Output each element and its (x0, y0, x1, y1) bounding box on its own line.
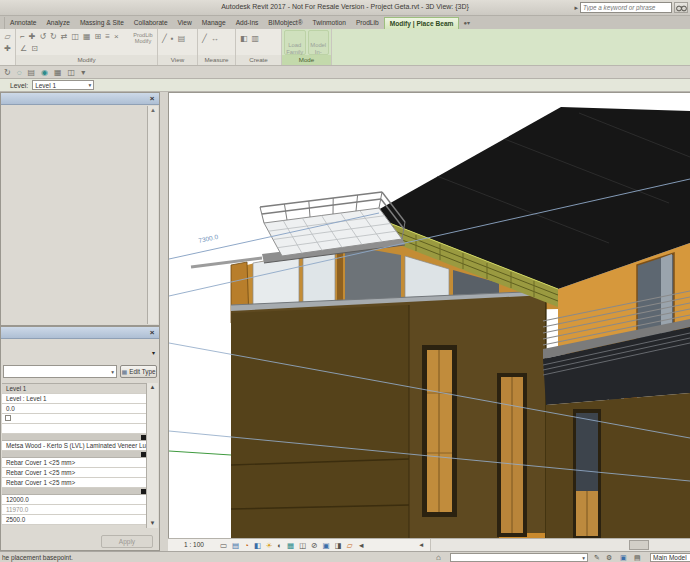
search-input[interactable] (580, 2, 672, 13)
view-control-icon[interactable]: ⊘ (311, 541, 317, 550)
search-binoculars-icon[interactable] (674, 2, 688, 13)
property-row[interactable]: Level : Level 1 (2, 394, 147, 404)
property-row[interactable] (2, 488, 147, 495)
level-dropdown[interactable]: Level 1 ▾ (32, 80, 94, 90)
quick-toolbar-icon[interactable]: ↻ (4, 68, 11, 77)
ribbon-tab[interactable]: Add-Ins (231, 17, 264, 29)
ribbon-tab[interactable]: Analyze (41, 17, 74, 29)
ribbon-tab[interactable]: Massing & Site (75, 17, 129, 29)
view-control-icon[interactable]: ◄ (358, 541, 365, 550)
quick-toolbar-icon[interactable]: ◌ (17, 68, 22, 77)
prodlib-modify-button[interactable]: ProdLib Modify (130, 32, 156, 44)
property-row[interactable]: 2500.0 (2, 515, 147, 525)
ribbon-tab[interactable]: Modify | Place Beam (384, 17, 460, 29)
ribbon-tab[interactable]: Manage (197, 17, 231, 29)
checkbox[interactable] (5, 415, 11, 421)
property-row[interactable]: Rebar Cover 1 <25 mm> (2, 468, 147, 478)
ribbon-tab[interactable]: BIMobject® (263, 17, 307, 29)
create-tool-icon[interactable]: ◧ (240, 34, 248, 43)
modify-tool-icon[interactable]: ▦ (83, 32, 91, 42)
infocenter-collapse-icon[interactable]: ▸ (574, 2, 578, 13)
modify-tool-icon[interactable]: ⊞ (95, 32, 102, 42)
view-control-icon[interactable]: ◫ (299, 541, 306, 550)
property-row[interactable] (2, 414, 147, 424)
scroll-up-icon[interactable]: ▲ (148, 106, 158, 115)
view-control-icon[interactable]: ▤ (232, 541, 239, 550)
quick-toolbar-icon[interactable]: ◉ (41, 68, 48, 77)
property-row[interactable] (2, 434, 147, 441)
property-row[interactable]: Rebar Cover 1 <25 mm> (2, 458, 147, 468)
measure-tool-icon[interactable]: ╱ (202, 34, 207, 43)
panel-label-view[interactable]: View (158, 55, 197, 65)
view-control-icon[interactable]: ◧ (254, 541, 261, 550)
editable-only-icon[interactable]: ✎ (594, 554, 600, 562)
view-control-icon[interactable]: ▣ (323, 541, 330, 550)
view-control-icon[interactable]: ◔ (244, 541, 249, 550)
apply-button[interactable]: Apply (101, 535, 153, 548)
view-tool-icon[interactable]: ▪ (171, 34, 174, 43)
worksets-dropdown[interactable]: ▾ (450, 553, 588, 562)
view-control-icon[interactable]: ◐ (278, 541, 283, 550)
panel-label-mode[interactable]: Mode (282, 55, 331, 65)
ribbon-tool-icon[interactable]: ✚ (4, 44, 11, 53)
modify-tool-icon[interactable]: ↻ (50, 32, 57, 42)
window-tall-2[interactable] (497, 373, 527, 537)
panel-label-modify[interactable]: Modify (16, 55, 157, 65)
edit-type-button[interactable]: ▦ Edit Type (120, 365, 157, 378)
modify-tool-icon[interactable]: ↺ (39, 32, 46, 42)
property-row[interactable]: Metsa Wood - Kerto S (LVL) Laminated Ven… (2, 441, 147, 451)
dock-splitter[interactable] (160, 92, 168, 551)
property-row[interactable]: 11970.0 (2, 505, 147, 515)
properties-header[interactable]: × (1, 327, 159, 339)
scrollbar-thumb[interactable] (629, 540, 649, 550)
quick-toolbar-icon[interactable]: ▾ (81, 68, 85, 77)
grid-scrollbar[interactable]: ▲ ▼ (146, 383, 158, 528)
modify-tool-icon[interactable]: ⊡ (31, 44, 38, 54)
settings-gear-icon[interactable]: ⚙ (606, 554, 612, 562)
scroll-up-icon[interactable]: ▲ (147, 383, 158, 392)
design-option-dropdown[interactable]: Main Model ▾ (650, 553, 690, 562)
scroll-left-icon[interactable]: ◄ (418, 541, 424, 548)
ribbon-tab[interactable]: Annotate (5, 17, 41, 29)
modify-tool-icon[interactable]: ≡ (105, 32, 110, 42)
ribbon-tab[interactable]: View (173, 17, 197, 29)
view-control-icon[interactable]: ☀ (266, 541, 273, 550)
design-options-icon[interactable]: ▣ (620, 554, 627, 562)
property-row[interactable]: 0.0 (2, 404, 147, 414)
property-row[interactable]: Level 1 (2, 384, 147, 394)
quick-toolbar-icon[interactable]: ▤ (27, 68, 35, 77)
palette-header[interactable]: × (1, 93, 159, 105)
ribbon-tab[interactable]: ProdLib (351, 17, 384, 29)
create-tool-icon[interactable]: ▥ (252, 34, 260, 43)
3d-viewport[interactable]: 7300.0 (169, 93, 690, 538)
panel-label-create[interactable]: Create (236, 55, 281, 65)
modify-tool-icon[interactable]: ✚ (29, 32, 36, 42)
view-tool-icon[interactable]: ╱ (162, 34, 167, 43)
modify-tool-icon[interactable]: ∠ (20, 44, 27, 54)
modify-tool-icon[interactable]: × (114, 32, 119, 42)
ribbon-tab[interactable]: Collaborate (129, 17, 173, 29)
modify-tool-icon[interactable]: ⇄ (61, 32, 68, 42)
modify-tool-icon[interactable]: ⌐ (20, 32, 25, 42)
panel-label-measure[interactable]: Measure (198, 55, 235, 65)
property-row[interactable] (2, 451, 147, 458)
modify-tool-icon[interactable]: ◫ (71, 32, 79, 42)
view-control-icon[interactable]: ▱ (347, 541, 353, 550)
dimension-label[interactable]: 7300.0 (198, 233, 219, 244)
scale-button[interactable]: 1 : 100 (184, 541, 204, 548)
quick-toolbar-icon[interactable]: ◫ (68, 68, 76, 77)
ribbon-tab[interactable]: Twinmotion (308, 17, 351, 29)
worksets-icon[interactable]: ⌂ (436, 553, 441, 562)
mode-button[interactable]: Load Family (284, 30, 306, 55)
type-selector-dropdown[interactable]: ▾ (3, 365, 117, 378)
drawing-area[interactable]: 7300.0 (168, 92, 690, 538)
close-icon[interactable]: × (147, 94, 157, 104)
view-tool-icon[interactable]: ▤ (178, 34, 186, 43)
scroll-down-icon[interactable]: ▼ (147, 519, 158, 528)
property-row[interactable]: 12000.0 (2, 495, 147, 505)
close-icon[interactable]: × (147, 328, 157, 338)
view-control-icon[interactable]: ▭ (220, 541, 227, 550)
quick-toolbar-icon[interactable]: ▦ (54, 68, 62, 77)
tab-options-icon[interactable]: ●▾ (463, 17, 470, 29)
view-control-icon[interactable]: ◨ (335, 541, 342, 550)
